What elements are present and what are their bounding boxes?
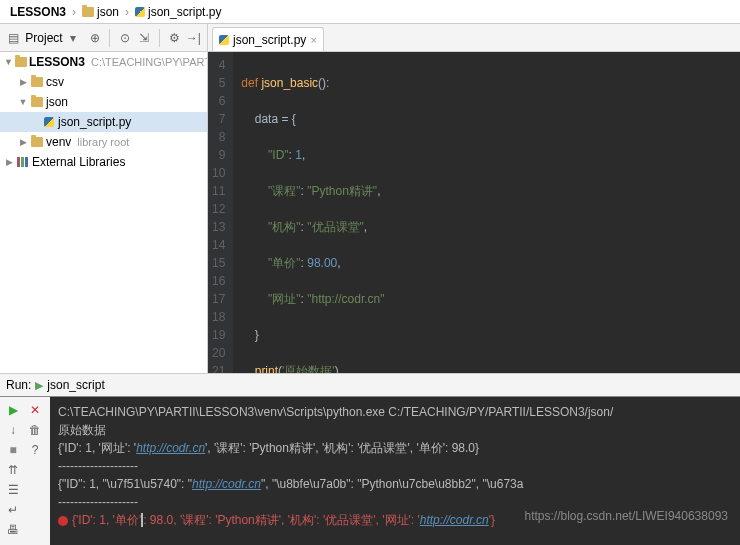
divider [109,29,110,47]
console-line: {'ID': 1, '网址': 'http://codr.cn', '课程': … [58,439,732,457]
chevron-right-icon[interactable]: ▶ [4,157,14,167]
chevron-right-icon: › [72,5,76,19]
chevron-right-icon: › [125,5,129,19]
toolbar: ▤ Project ▾ ⊕ ⊙ ⇲ ⚙ →| json_script.py × [0,24,740,52]
tree-root[interactable]: ▼ LESSON3 C:\TEACHING\PY\PARTII [0,52,207,72]
tree-external-libs[interactable]: ▶ External Libraries [0,152,207,172]
dropdown-icon[interactable]: ▾ [67,28,79,48]
project-panel-toggle[interactable]: ▤ [6,28,21,48]
collapse-icon[interactable]: ⊕ [87,28,102,48]
console-line: -------------------- [58,493,732,511]
breadcrumb: LESSON3 › json › json_script.py [0,0,740,24]
folder-icon [15,57,27,67]
close-icon[interactable]: ✕ [26,401,44,419]
tree-folder-csv[interactable]: ▶ csv [0,72,207,92]
rerun-icon[interactable]: ▶ [4,401,22,419]
editor-tab-active[interactable]: json_script.py × [212,27,324,51]
close-icon[interactable]: × [310,34,316,46]
folder-icon [82,7,94,17]
editor-tabs: json_script.py × [208,24,740,51]
code-content[interactable]: def json_basic(): data = { "ID": 1, "课程"… [233,52,424,373]
console-line: C:\TEACHING\PY\PARTII\LESSON3\venv\Scrip… [58,403,732,421]
stop-icon[interactable]: ↓ [4,421,22,439]
tree-file-script[interactable]: json_script.py [0,112,207,132]
python-file-icon [135,7,145,17]
console-toolbar: ▶ ↓ ■ ⇈ ☰ ↵ 🖶 ✕ 🗑 ? [0,397,50,545]
python-file-icon [219,35,229,45]
breadcrumb-folder[interactable]: json [78,4,123,20]
project-panel-label: Project [25,31,62,45]
settings-icon[interactable]: ⚙ [166,28,181,48]
collapse-all-icon[interactable]: ⇲ [136,28,151,48]
libraries-icon [17,157,29,167]
up-arrow-icon[interactable]: ⇈ [4,461,22,479]
console-output[interactable]: C:\TEACHING\PY\PARTII\LESSON3\venv\Scrip… [50,397,740,545]
run-config-name: json_script [47,378,104,392]
wrap-icon[interactable]: ↵ [4,501,22,519]
python-file-icon [44,117,54,127]
locate-icon[interactable]: ⊙ [117,28,132,48]
filter-icon[interactable]: ☰ [4,481,22,499]
hide-icon[interactable]: →| [186,28,201,48]
print-icon[interactable]: 🖶 [4,521,22,539]
project-tree: ▼ LESSON3 C:\TEACHING\PY\PARTII ▶ csv ▼ … [0,52,208,373]
folder-icon [31,77,43,87]
help-icon[interactable]: ? [26,441,44,459]
chevron-right-icon[interactable]: ▶ [18,77,28,87]
breadcrumb-root[interactable]: LESSON3 [6,4,70,20]
chevron-down-icon[interactable]: ▼ [18,97,28,107]
console-line: 原始数据 [58,421,732,439]
breakpoint-icon [58,516,68,526]
breadcrumb-file[interactable]: json_script.py [131,4,225,20]
trash-icon[interactable]: 🗑 [26,421,44,439]
code-editor[interactable]: 45678910111213141516171819202122 def jso… [208,52,740,373]
stop-square-icon[interactable]: ■ [4,441,22,459]
tree-folder-json[interactable]: ▼ json [0,92,207,112]
chevron-right-icon[interactable]: ▶ [18,137,28,147]
tree-folder-venv[interactable]: ▶ venv library root [0,132,207,152]
console-line: {'ID': 1, '单价': 98.0, '课程': 'Python精讲', … [58,511,732,529]
console-line: -------------------- [58,457,732,475]
line-gutter: 45678910111213141516171819202122 [208,52,233,373]
folder-icon [31,97,43,107]
tab-label: json_script.py [233,33,306,47]
chevron-down-icon[interactable]: ▼ [4,57,13,67]
run-config-icon: ▶ [35,379,43,392]
divider [159,29,160,47]
console-line: {"ID": 1, "\u7f51\u5740": "http://codr.c… [58,475,732,493]
console-line [58,529,732,545]
folder-icon [31,137,43,147]
run-toolwindow-header[interactable]: Run: ▶ json_script [0,373,740,397]
run-label: Run: [6,378,31,392]
